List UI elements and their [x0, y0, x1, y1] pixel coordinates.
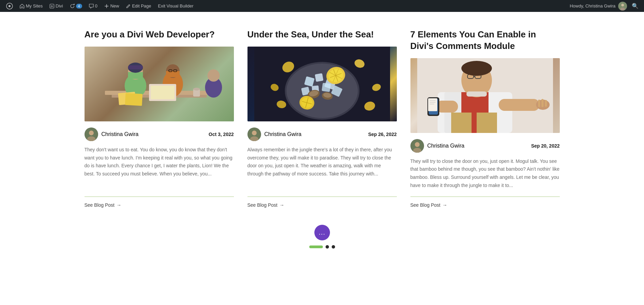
howdy-text: Howdy, Christina Gwira — [570, 3, 615, 9]
svg-rect-69 — [499, 99, 539, 111]
my-sites-button[interactable]: My Sites — [17, 0, 45, 12]
svg-rect-68 — [477, 113, 497, 133]
svg-rect-73 — [545, 100, 547, 107]
svg-rect-71 — [538, 100, 540, 107]
arrow-icon-2: → — [279, 202, 284, 208]
post-image-1 — [85, 47, 234, 121]
post-meta-2: Christina Gwira Sep 26, 2022 — [247, 128, 397, 141]
author-avatar-3 — [410, 139, 424, 153]
author-name-1: Christina Gwira — [102, 131, 139, 137]
author-avatar-2 — [247, 128, 261, 141]
svg-rect-16 — [166, 71, 180, 77]
update-badge: 4 — [76, 4, 82, 9]
blog-grid: Are you a Divi Web Developer? — [85, 29, 560, 215]
svg-rect-13 — [128, 65, 143, 69]
post-image-3 — [410, 58, 560, 133]
post-author-1: Christina Gwira — [85, 128, 139, 141]
svg-rect-34 — [315, 73, 323, 82]
pagination-bar-active[interactable] — [309, 245, 323, 248]
post-meta-1: Christina Gwira Oct 3, 2022 — [85, 128, 234, 141]
svg-rect-72 — [541, 99, 544, 107]
blog-card-2: Under the Sea, Under the Sea! — [247, 29, 397, 215]
svg-point-81 — [461, 61, 492, 76]
post-author-2: Christina Gwira — [247, 128, 301, 141]
search-icon[interactable]: 🔍 — [630, 3, 641, 9]
post-meta-3: Christina Gwira Sep 20, 2022 — [410, 139, 560, 153]
refresh-icon — [70, 4, 75, 9]
main-content: Are you a Divi Web Developer? — [0, 12, 644, 266]
post-title-1: Are you a Divi Web Developer? — [85, 29, 234, 40]
admin-bar-right: Howdy, Christina Gwira 🔍 — [570, 2, 641, 11]
arrow-icon-1: → — [116, 202, 121, 208]
post-link-1[interactable]: See Blog Post → — [85, 202, 234, 215]
post-divider-3 — [410, 197, 560, 197]
svg-point-5 — [621, 4, 624, 6]
pagination: ... — [27, 225, 617, 249]
post-image-2 — [247, 47, 397, 121]
post-link-2[interactable]: See Blog Post → — [247, 202, 397, 215]
divi-button[interactable]: D Divi — [47, 0, 66, 12]
svg-rect-11 — [128, 72, 143, 79]
author-name-3: Christina Gwira — [427, 143, 464, 149]
svg-point-28 — [89, 131, 94, 135]
home-icon — [20, 4, 24, 9]
my-sites-label: My Sites — [26, 3, 43, 9]
new-button[interactable]: New — [102, 0, 122, 12]
author-name-2: Christina Gwira — [264, 131, 301, 137]
post-date-1: Oct 3, 2022 — [209, 132, 234, 137]
updates-button[interactable]: 4 — [67, 0, 85, 12]
svg-rect-82 — [466, 91, 487, 97]
post-title-2: Under the Sea, Under the Sea! — [247, 29, 397, 40]
post-divider-1 — [85, 197, 234, 197]
svg-rect-83 — [428, 98, 437, 111]
post-date-2: Sep 26, 2022 — [368, 132, 397, 137]
pagination-dot-3[interactable] — [332, 245, 335, 249]
comment-count: 0 — [95, 3, 97, 9]
pencil-icon — [126, 4, 131, 9]
svg-point-88 — [415, 142, 420, 147]
new-label: New — [110, 3, 119, 9]
pagination-nav — [309, 245, 335, 249]
post-date-3: Sep 20, 2022 — [531, 143, 559, 149]
divi-icon: D — [50, 4, 54, 9]
arrow-icon-3: → — [442, 202, 447, 208]
exit-builder-button[interactable]: Exit Visual Builder — [155, 0, 196, 12]
post-excerpt-2: Always remember in the jungle there's a … — [247, 146, 397, 190]
svg-text:D: D — [51, 5, 53, 8]
svg-point-1 — [8, 5, 11, 7]
post-title-3: 7 Elements You Can Enable in Divi's Comm… — [410, 29, 560, 52]
exit-builder-label: Exit Visual Builder — [158, 3, 194, 9]
divi-label: Divi — [56, 3, 63, 9]
svg-point-24 — [193, 88, 200, 90]
comment-icon — [89, 4, 94, 9]
admin-bar: My Sites D Divi 4 0 New Edit Page Exit V… — [0, 0, 644, 12]
svg-rect-67 — [451, 113, 472, 133]
svg-rect-37 — [321, 83, 331, 92]
pagination-button[interactable]: ... — [314, 225, 330, 240]
blog-card-1: Are you a Divi Web Developer? — [85, 29, 234, 215]
blog-card-3: 7 Elements You Can Enable in Divi's Comm… — [410, 29, 560, 215]
svg-rect-22 — [125, 93, 143, 106]
author-avatar-1 — [85, 128, 98, 141]
post-excerpt-3: They will try to close the door on you, … — [410, 157, 560, 190]
post-link-3[interactable]: See Blog Post → — [410, 202, 560, 215]
comments-button[interactable]: 0 — [86, 0, 100, 12]
edit-page-button[interactable]: Edit Page — [123, 0, 154, 12]
admin-avatar[interactable] — [618, 2, 627, 11]
plus-icon — [104, 4, 109, 9]
edit-page-label: Edit Page — [132, 3, 151, 9]
wp-logo-button[interactable] — [3, 0, 16, 12]
pagination-dot-2[interactable] — [326, 245, 329, 249]
post-divider-2 — [247, 197, 397, 197]
post-author-3: Christina Gwira — [410, 139, 464, 153]
post-excerpt-1: They don't want us to eat. You do know, … — [85, 146, 234, 190]
svg-rect-20 — [151, 86, 174, 99]
svg-point-26 — [207, 69, 220, 82]
svg-point-61 — [252, 131, 257, 135]
